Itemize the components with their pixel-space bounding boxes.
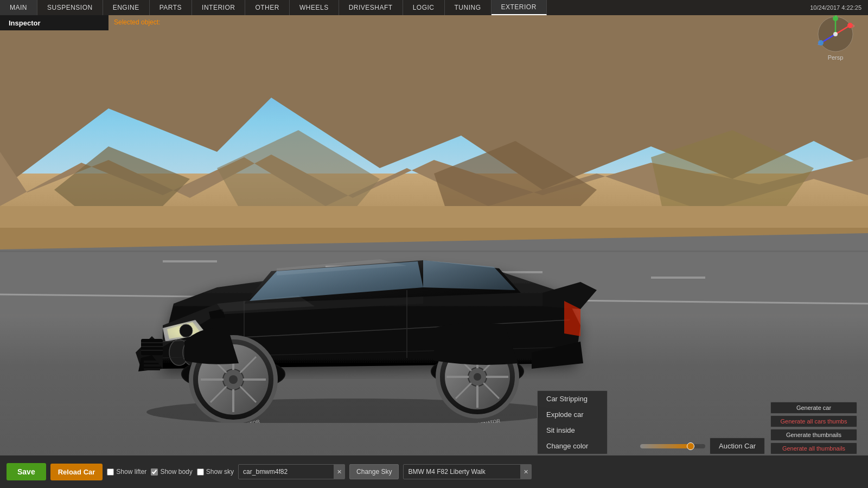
menu-item-logic[interactable]: LOGIC	[403, 0, 445, 15]
car-id-clear-button[interactable]: ✕	[334, 464, 345, 479]
generate-all-cars-thumbs-button[interactable]: Generate all cars thumbs	[770, 415, 857, 427]
selected-object-label: Selected object:	[114, 15, 160, 29]
menu-datetime: 10/24/2017 4:22:25	[810, 4, 868, 11]
menu-item-tuning[interactable]: TUNING	[445, 0, 492, 15]
menu-item-driveshaft[interactable]: DRIVESHAFT	[339, 0, 403, 15]
context-menu-car-stripping[interactable]: Car Stripping	[538, 391, 607, 407]
svg-point-39	[229, 375, 238, 384]
gizmo-label: Persp	[814, 54, 857, 61]
model-name-input[interactable]	[403, 464, 522, 479]
auction-slider-fill	[640, 444, 689, 448]
inspector-label: Inspector	[0, 19, 41, 27]
model-name-clear-button[interactable]: ✕	[520, 464, 532, 479]
auction-slider-thumb	[687, 442, 694, 450]
show-sky-checkbox[interactable]	[197, 468, 204, 476]
menu-item-interior[interactable]: INTERIOR	[192, 0, 245, 15]
menu-item-other[interactable]: OTHER	[245, 0, 290, 15]
svg-text:Z: Z	[818, 41, 821, 46]
show-lifter-checkbox[interactable]	[107, 468, 114, 476]
generate-all-thumbnails-button[interactable]: Generate all thumbnails	[770, 442, 857, 454]
model-name-input-group: ✕	[403, 464, 532, 479]
menu-item-exterior[interactable]: EXTERIOR	[492, 0, 547, 15]
svg-text:Y: Y	[834, 15, 838, 18]
show-body-group: Show body	[151, 468, 192, 476]
menu-item-engine[interactable]: ENGINE	[103, 0, 150, 15]
show-lifter-group: Show lifter	[107, 468, 146, 476]
auction-area: Auction Car	[640, 438, 765, 454]
menu-item-suspension[interactable]: SUSPENSION	[37, 0, 103, 15]
bottom-toolbar: Save Reload Car Show lifter Show body Sh…	[0, 455, 868, 488]
show-body-checkbox[interactable]	[151, 468, 158, 476]
svg-rect-20	[141, 339, 163, 355]
context-menu-explode-car[interactable]: Explode car	[538, 407, 607, 422]
svg-text:X: X	[852, 23, 854, 29]
svg-point-50	[474, 373, 481, 381]
context-menu: Car Stripping Explode car Sit inside Cha…	[537, 390, 608, 454]
reload-car-button[interactable]: Reload Car	[50, 464, 103, 480]
auction-slider-track[interactable]	[640, 444, 705, 448]
svg-rect-51	[144, 361, 160, 363]
auction-car-button[interactable]: Auction Car	[710, 438, 765, 454]
viewport-gizmo: X Y Z Persp	[814, 15, 857, 59]
context-menu-sit-inside[interactable]: Sit inside	[538, 422, 607, 438]
inspector-panel: Inspector	[0, 15, 108, 30]
svg-rect-17	[651, 277, 705, 279]
car-id-input[interactable]	[238, 464, 336, 479]
menu-item-wheels[interactable]: WHEELS	[290, 0, 339, 15]
car-display: DOMINATOR DOMINATOR	[108, 195, 597, 423]
car-id-input-group: ✕	[238, 464, 345, 479]
context-menu-change-color[interactable]: Change color	[538, 438, 607, 454]
svg-rect-53	[144, 368, 160, 370]
generate-thumbnails-button[interactable]: Generate thumbnails	[770, 429, 857, 441]
show-sky-group: Show sky	[197, 468, 234, 476]
svg-point-26	[180, 324, 193, 337]
top-menu: MAIN SUSPENSION ENGINE PARTS INTERIOR OT…	[0, 0, 868, 15]
generate-car-button[interactable]: Generate car	[770, 402, 857, 414]
svg-point-63	[833, 32, 838, 36]
show-lifter-label: Show lifter	[116, 468, 146, 476]
show-sky-label: Show sky	[206, 468, 234, 476]
change-sky-button[interactable]: Change Sky	[349, 464, 399, 479]
svg-rect-52	[144, 364, 160, 367]
right-buttons: Generate car Generate all cars thumbs Ge…	[770, 402, 857, 454]
gizmo-svg: X Y Z	[816, 15, 854, 53]
viewport: DOMINATOR DOMINATOR	[0, 0, 868, 488]
menu-item-main[interactable]: MAIN	[0, 0, 37, 15]
save-button[interactable]: Save	[7, 463, 46, 480]
show-body-label: Show body	[160, 468, 192, 476]
menu-item-parts[interactable]: PARTS	[150, 0, 192, 15]
